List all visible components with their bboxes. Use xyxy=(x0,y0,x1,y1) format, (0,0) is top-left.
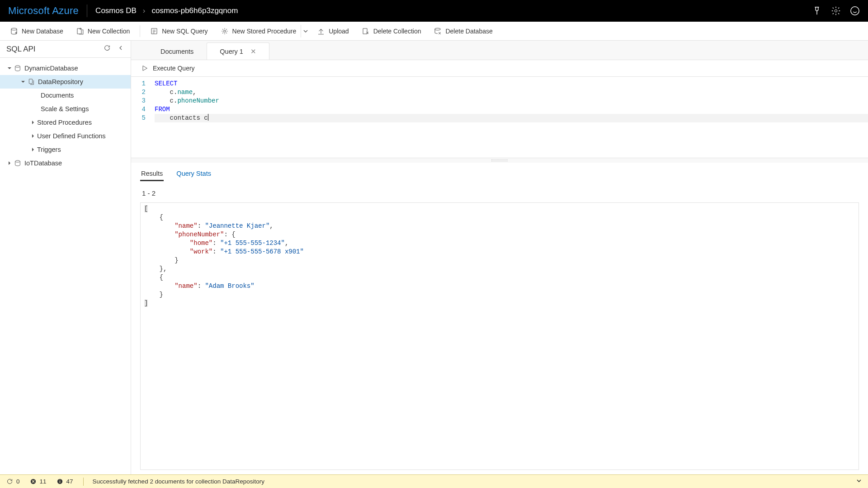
status-errors-count: 11 xyxy=(40,478,47,485)
svg-point-1 xyxy=(851,7,859,15)
breadcrumb-resource[interactable]: cosmos-pb6h6p3zgqnom xyxy=(151,6,238,15)
svg-point-7 xyxy=(435,28,440,30)
tree-documents[interactable]: Documents xyxy=(0,89,131,102)
delete-collection-button[interactable]: Delete Collection xyxy=(356,24,427,38)
new-stored-procedure-label: New Stored Procedure xyxy=(232,28,297,35)
delete-database-label: Delete Database xyxy=(445,28,492,35)
svg-rect-6 xyxy=(363,28,367,34)
status-errors[interactable]: 11 xyxy=(30,478,47,485)
gear-icon[interactable] xyxy=(831,6,841,16)
new-stored-procedure-button[interactable]: New Stored Procedure xyxy=(215,24,299,38)
results-count: 1 - 2 xyxy=(140,181,859,202)
delete-collection-label: Delete Collection xyxy=(373,28,421,35)
svg-point-0 xyxy=(835,9,837,12)
status-warnings-count: 47 xyxy=(66,478,73,485)
caret-right-icon[interactable] xyxy=(6,160,13,166)
tree-db-label: DynamicDatabase xyxy=(24,65,78,72)
svg-rect-13 xyxy=(59,481,60,483)
tree-db-dynamic[interactable]: DynamicDatabase xyxy=(0,61,131,75)
code-content[interactable]: SELECT c.name, c.phoneNumber FROM contac… xyxy=(155,80,868,122)
tree-db-iot[interactable]: IoTDatabase xyxy=(0,156,131,170)
toolbar-separator xyxy=(140,25,140,37)
new-database-button[interactable]: New Database xyxy=(5,24,69,38)
sidebar: SQL API DynamicDatabase DataRepository D… xyxy=(0,41,131,474)
query-toolbar: Execute Query xyxy=(131,60,868,77)
tree-leaf-label: Stored Procedures xyxy=(37,119,92,126)
status-divider xyxy=(83,478,84,486)
status-warnings[interactable]: 47 xyxy=(57,478,73,485)
new-sql-query-label: New SQL Query xyxy=(162,28,208,35)
results-tabs: Results Query Stats xyxy=(140,163,859,181)
tree-leaf-label: Documents xyxy=(41,92,74,99)
caret-right-icon[interactable] xyxy=(30,146,36,153)
status-sync-count: 0 xyxy=(16,478,20,485)
error-icon xyxy=(30,478,37,485)
svg-point-8 xyxy=(15,66,20,67)
refresh-icon[interactable] xyxy=(104,44,111,54)
tab-documents[interactable]: Documents xyxy=(147,42,207,60)
tree-scale-settings[interactable]: Scale & Settings xyxy=(0,102,131,116)
execute-query-button[interactable]: Execute Query xyxy=(135,62,201,75)
power-icon[interactable] xyxy=(812,6,822,16)
svg-rect-3 xyxy=(77,28,81,34)
upload-label: Upload xyxy=(329,28,349,35)
status-sync[interactable]: 0 xyxy=(6,478,20,485)
svg-rect-9 xyxy=(29,79,32,84)
chevron-right-icon: › xyxy=(143,6,146,15)
brand-label: Microsoft Azure xyxy=(8,5,79,17)
top-bar: Microsoft Azure Cosmos DB › cosmos-pb6h6… xyxy=(0,0,868,22)
sql-editor[interactable]: 12345 SELECT c.name, c.phoneNumber FROM … xyxy=(131,77,868,158)
breadcrumb-service[interactable]: Cosmos DB xyxy=(95,6,137,15)
tree-stored-procedures[interactable]: Stored Procedures xyxy=(0,116,131,129)
new-stored-procedure-dropdown[interactable] xyxy=(301,25,310,38)
tab-label: Documents xyxy=(160,48,193,55)
horizontal-splitter[interactable] xyxy=(131,158,868,163)
caret-down-icon[interactable] xyxy=(20,79,26,85)
execute-query-label: Execute Query xyxy=(153,65,195,72)
status-collapse-icon[interactable] xyxy=(856,478,862,485)
database-icon xyxy=(14,64,22,72)
tree-collection-datarepository[interactable]: DataRepository xyxy=(0,75,131,89)
collection-icon xyxy=(27,78,35,86)
tab-query1[interactable]: Query 1 ✕ xyxy=(207,42,269,60)
sync-icon xyxy=(6,478,13,485)
smile-icon[interactable] xyxy=(850,6,860,16)
play-icon xyxy=(141,65,148,72)
topbar-divider xyxy=(87,5,87,17)
tree-collection-label: DataRepository xyxy=(38,78,83,85)
main-panel: Documents Query 1 ✕ Execute Query 12345 … xyxy=(131,41,868,474)
tree-triggers[interactable]: Triggers xyxy=(0,143,131,156)
svg-point-2 xyxy=(11,28,17,30)
status-bar: 0 11 47 Successfully fetched 2 documents… xyxy=(0,474,868,488)
tree-db-label: IoTDatabase xyxy=(24,160,62,167)
upload-button[interactable]: Upload xyxy=(311,24,354,38)
svg-point-10 xyxy=(15,160,20,162)
sidebar-header: SQL API xyxy=(0,41,131,58)
status-message: Successfully fetched 2 documents for col… xyxy=(93,478,264,485)
line-gutter: 12345 xyxy=(131,80,150,122)
tree-udf[interactable]: User Defined Functions xyxy=(0,129,131,143)
caret-right-icon[interactable] xyxy=(30,119,36,126)
results-panel: Results Query Stats 1 - 2 [ { "name": "J… xyxy=(131,163,868,474)
caret-down-icon[interactable] xyxy=(6,65,13,71)
text-cursor xyxy=(208,114,209,121)
caret-right-icon[interactable] xyxy=(30,133,36,139)
sidebar-title: SQL API xyxy=(6,45,36,54)
tree-leaf-label: Scale & Settings xyxy=(41,105,89,113)
svg-point-5 xyxy=(223,30,226,32)
new-sql-query-button[interactable]: New SQL Query xyxy=(145,24,213,38)
new-collection-button[interactable]: New Collection xyxy=(71,24,135,38)
new-collection-label: New Collection xyxy=(88,28,130,35)
collapse-icon[interactable] xyxy=(117,44,124,54)
toolbar: New Database New Collection New SQL Quer… xyxy=(0,22,868,41)
tree-leaf-label: Triggers xyxy=(37,146,61,153)
close-icon[interactable]: ✕ xyxy=(250,47,256,56)
resource-tree: DynamicDatabase DataRepository Documents… xyxy=(0,58,131,474)
svg-rect-14 xyxy=(59,480,60,480)
info-icon xyxy=(57,478,63,485)
delete-database-button[interactable]: Delete Database xyxy=(428,24,498,38)
tree-leaf-label: User Defined Functions xyxy=(37,132,106,140)
results-json[interactable]: [ { "name": "Jeannette Kjaer", "phoneNum… xyxy=(140,202,859,470)
tab-query-stats[interactable]: Query Stats xyxy=(175,167,212,181)
tab-results[interactable]: Results xyxy=(140,167,164,181)
